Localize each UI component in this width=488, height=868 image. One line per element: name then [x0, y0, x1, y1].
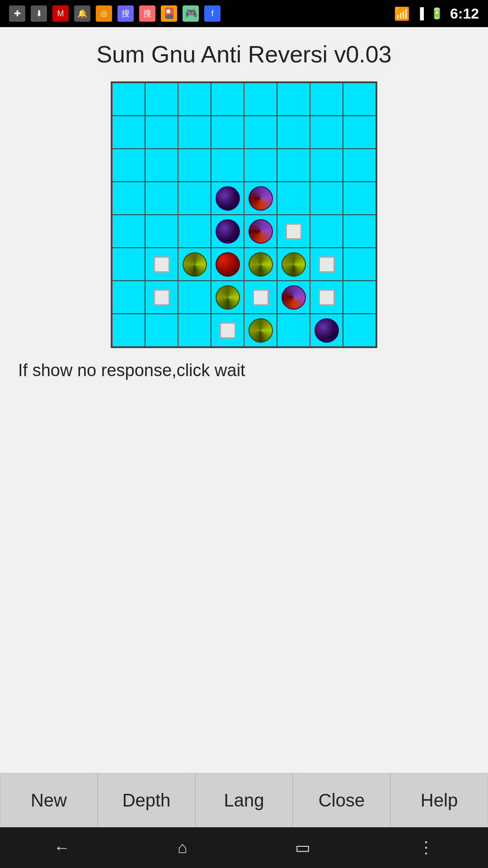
cell-4-7[interactable]	[310, 182, 343, 215]
new-button[interactable]: New	[0, 773, 98, 827]
back-icon[interactable]: ←	[40, 834, 84, 862]
cell-4-3[interactable]	[178, 182, 211, 215]
cell-7-7[interactable]	[310, 281, 343, 314]
menu-icon[interactable]: ⋮	[404, 834, 448, 862]
hint-7-7[interactable]	[319, 289, 335, 306]
cell-2-7[interactable]	[310, 116, 343, 149]
cell-6-5[interactable]	[244, 248, 277, 281]
cell-2-5[interactable]	[244, 116, 277, 149]
depth-button[interactable]: Depth	[98, 773, 195, 827]
recents-icon[interactable]: ▭	[282, 834, 324, 862]
cell-1-5[interactable]	[244, 83, 277, 116]
cell-7-1[interactable]	[113, 281, 145, 314]
cell-7-4[interactable]	[211, 281, 244, 314]
cell-6-7[interactable]	[310, 248, 343, 281]
circle-icon: ◎	[96, 5, 112, 22]
cell-6-1[interactable]	[113, 248, 145, 281]
cell-2-6[interactable]	[277, 116, 310, 149]
status-icons-right: 📶 ▐ 🔋 6:12	[394, 5, 479, 22]
cell-4-4[interactable]	[211, 182, 244, 215]
cell-3-4[interactable]	[211, 149, 244, 182]
search2-icon: 搜	[139, 5, 155, 22]
cell-4-8[interactable]	[343, 182, 376, 215]
hint-6-2[interactable]	[154, 256, 170, 273]
wifi-icon: 📶	[394, 6, 410, 21]
cell-5-6[interactable]	[277, 215, 310, 248]
cell-8-2[interactable]	[145, 314, 178, 347]
cell-6-4[interactable]	[211, 248, 244, 281]
cell-3-7[interactable]	[310, 149, 343, 182]
cell-8-7[interactable]	[310, 314, 343, 347]
cell-1-2[interactable]	[145, 83, 178, 116]
cell-4-5[interactable]	[244, 182, 277, 215]
cell-2-2[interactable]	[145, 116, 178, 149]
cell-5-1[interactable]	[113, 215, 145, 248]
cell-8-8[interactable]	[343, 314, 376, 347]
game-board-wrapper	[111, 81, 377, 348]
cell-6-8[interactable]	[343, 248, 376, 281]
cell-3-1[interactable]	[113, 149, 145, 182]
cell-1-4[interactable]	[211, 83, 244, 116]
piece-dark-8-7	[314, 318, 339, 343]
download-icon: ⬇	[31, 5, 47, 22]
close-button[interactable]: Close	[293, 773, 390, 827]
cell-5-4[interactable]	[211, 215, 244, 248]
home-icon[interactable]: ⌂	[164, 834, 201, 862]
piece-mix-4-5	[249, 186, 273, 211]
cell-6-3[interactable]	[178, 248, 211, 281]
cell-3-3[interactable]	[178, 149, 211, 182]
main-content: Sum Gnu Anti Reversi v0.03	[0, 27, 488, 773]
cell-1-6[interactable]	[277, 83, 310, 116]
cell-5-2[interactable]	[145, 215, 178, 248]
cell-1-3[interactable]	[178, 83, 211, 116]
signal-icon: ▐	[416, 7, 424, 20]
piece-olive-6-3	[183, 252, 207, 277]
piece-dark-5-4	[216, 219, 240, 244]
cell-3-5[interactable]	[244, 149, 277, 182]
game-board[interactable]	[112, 82, 376, 347]
cell-3-8[interactable]	[343, 149, 376, 182]
cell-7-3[interactable]	[178, 281, 211, 314]
cell-6-2[interactable]	[145, 248, 178, 281]
cell-4-2[interactable]	[145, 182, 178, 215]
cell-8-4[interactable]	[211, 314, 244, 347]
cell-5-8[interactable]	[343, 215, 376, 248]
cell-8-3[interactable]	[178, 314, 211, 347]
cell-7-8[interactable]	[343, 281, 376, 314]
cell-7-2[interactable]	[145, 281, 178, 314]
hint-6-7[interactable]	[319, 256, 335, 273]
cell-1-1[interactable]	[113, 83, 145, 116]
cell-8-6[interactable]	[277, 314, 310, 347]
cell-3-2[interactable]	[145, 149, 178, 182]
cell-7-5[interactable]	[244, 281, 277, 314]
cell-5-7[interactable]	[310, 215, 343, 248]
nav-bar: ← ⌂ ▭ ⋮	[0, 827, 488, 868]
cell-4-6[interactable]	[277, 182, 310, 215]
hint-7-5[interactable]	[253, 289, 269, 306]
hint-5-6[interactable]	[286, 223, 302, 240]
piece-mix-5-5	[249, 219, 273, 244]
lang-button[interactable]: Lang	[195, 773, 293, 827]
cell-6-6[interactable]	[277, 248, 310, 281]
cell-2-4[interactable]	[211, 116, 244, 149]
add-icon: ✚	[9, 5, 25, 22]
cell-1-7[interactable]	[310, 83, 343, 116]
cell-2-3[interactable]	[178, 116, 211, 149]
cell-3-6[interactable]	[277, 149, 310, 182]
piece-dark-4-4	[216, 186, 240, 211]
cell-8-5[interactable]	[244, 314, 277, 347]
status-time: 6:12	[450, 5, 479, 22]
hint-7-2[interactable]	[154, 289, 170, 306]
cell-1-8[interactable]	[343, 83, 376, 116]
hint-8-4[interactable]	[220, 322, 236, 339]
cell-5-3[interactable]	[178, 215, 211, 248]
cell-2-8[interactable]	[343, 116, 376, 149]
cell-4-1[interactable]	[113, 182, 145, 215]
cell-2-1[interactable]	[113, 116, 145, 149]
cell-8-1[interactable]	[113, 314, 145, 347]
battery-icon: 🔋	[430, 7, 444, 20]
cell-7-6[interactable]	[277, 281, 310, 314]
cell-5-5[interactable]	[244, 215, 277, 248]
help-button[interactable]: Help	[390, 773, 488, 827]
piece-redmix-6-4	[216, 252, 240, 277]
